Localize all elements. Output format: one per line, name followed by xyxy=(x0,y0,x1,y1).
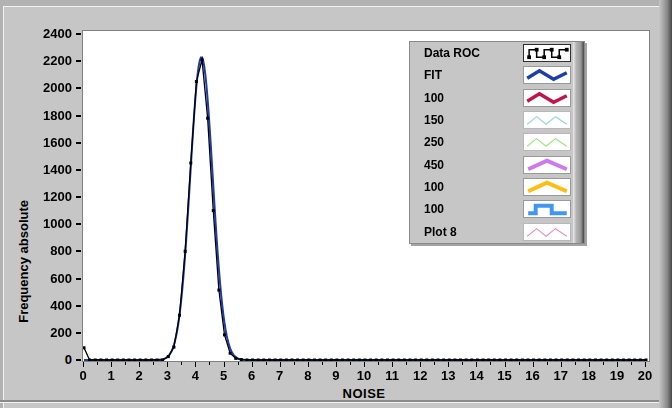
zigzag-thin-icon xyxy=(524,134,570,150)
legend-plot-style-swatch[interactable] xyxy=(523,133,571,151)
y-tick-label: 600 xyxy=(0,272,72,286)
legend-item-label: Plot 8 xyxy=(424,225,457,239)
y-tick-mark xyxy=(76,332,81,334)
y-tick-mark xyxy=(76,278,81,280)
x-tick-mark xyxy=(280,362,281,367)
y-tick-mark xyxy=(76,87,81,89)
legend-item: 250 xyxy=(410,131,573,153)
x-tick-label: 16 xyxy=(518,368,548,383)
x-tick-minor-mark xyxy=(434,362,435,365)
step-line-markers-icon xyxy=(524,45,570,61)
x-tick-mark xyxy=(645,362,646,367)
x-tick-mark xyxy=(561,362,562,367)
x-tick-mark xyxy=(589,362,590,367)
x-tick-mark xyxy=(308,362,309,367)
x-tick-mark xyxy=(476,362,477,367)
x-tick-label: 7 xyxy=(265,368,295,383)
x-tick-label: 12 xyxy=(405,368,435,383)
legend-plot-style-swatch[interactable] xyxy=(523,44,571,62)
y-tick-mark xyxy=(76,223,81,225)
legend-plot-style-swatch[interactable] xyxy=(523,66,571,84)
x-tick-label: 15 xyxy=(490,368,520,383)
x-tick-minor-mark xyxy=(490,362,491,365)
x-tick-minor-mark xyxy=(378,362,379,365)
legend-plot-style-swatch[interactable] xyxy=(523,156,571,174)
x-tick-label: 20 xyxy=(630,368,660,383)
y-tick-label: 1200 xyxy=(0,190,72,204)
y-tick-mark xyxy=(76,60,81,62)
x-tick-label: 1 xyxy=(96,368,126,383)
x-tick-minor-mark xyxy=(125,362,126,365)
x-tick-mark xyxy=(111,362,112,367)
x-tick-label: 17 xyxy=(546,368,576,383)
x-tick-mark xyxy=(533,362,534,367)
x-tick-minor-mark xyxy=(575,362,576,365)
legend-item-label: 450 xyxy=(424,158,444,172)
legend-plot-style-swatch[interactable] xyxy=(523,111,571,129)
legend-item-label: 100 xyxy=(424,202,444,216)
x-tick-label: 10 xyxy=(349,368,379,383)
x-tick-minor-mark xyxy=(406,362,407,365)
x-tick-label: 6 xyxy=(237,368,267,383)
x-tick-label: 14 xyxy=(461,368,491,383)
x-tick-minor-mark xyxy=(153,362,154,365)
x-tick-mark xyxy=(364,362,365,367)
x-tick-label: 9 xyxy=(321,368,351,383)
chevron-thick-icon xyxy=(524,179,570,195)
x-tick-mark xyxy=(448,362,449,367)
x-tick-mark xyxy=(224,362,225,367)
x-tick-minor-mark xyxy=(462,362,463,365)
x-tick-mark xyxy=(167,362,168,367)
y-tick-label: 200 xyxy=(0,326,72,340)
x-tick-minor-mark xyxy=(519,362,520,365)
y-tick-label: 0 xyxy=(0,353,72,367)
x-tick-label: 11 xyxy=(377,368,407,383)
y-tick-label: 1400 xyxy=(0,163,72,177)
y-tick-mark xyxy=(76,169,81,171)
x-tick-mark xyxy=(139,362,140,367)
x-tick-minor-mark xyxy=(238,362,239,365)
x-tick-label: 4 xyxy=(180,368,210,383)
x-tick-label: 18 xyxy=(574,368,604,383)
legend-item: 150 xyxy=(410,109,573,131)
legend-plot-style-swatch[interactable] xyxy=(523,178,571,196)
x-axis-title: NOISE xyxy=(214,386,514,401)
legend-plot-style-swatch[interactable] xyxy=(523,200,571,218)
x-tick-mark xyxy=(336,362,337,367)
x-tick-label: 0 xyxy=(68,368,98,383)
x-tick-minor-mark xyxy=(294,362,295,365)
y-tick-label: 800 xyxy=(0,244,72,258)
x-tick-mark xyxy=(252,362,253,367)
x-tick-mark xyxy=(617,362,618,367)
legend-scrollbar[interactable] xyxy=(573,42,584,243)
legend-item-label: 100 xyxy=(424,91,444,105)
chevron-thick-icon xyxy=(524,157,570,173)
legend-item: 100 xyxy=(410,198,573,220)
x-tick-label: 3 xyxy=(152,368,182,383)
y-tick-label: 2200 xyxy=(0,54,72,68)
x-tick-minor-mark xyxy=(547,362,548,365)
legend-item: FIT xyxy=(410,64,573,86)
x-tick-minor-mark xyxy=(603,362,604,365)
zigzag-thick-icon xyxy=(524,67,570,83)
legend-item-label: 100 xyxy=(424,180,444,194)
legend-plot-style-swatch[interactable] xyxy=(523,223,571,241)
plot-legend-rows: Data ROCFIT100150250450100100Plot 8 xyxy=(410,42,573,243)
y-tick-mark xyxy=(76,33,81,35)
x-tick-mark xyxy=(505,362,506,367)
legend-item: 450 xyxy=(410,154,573,176)
window-edge-right xyxy=(659,0,672,408)
legend-plot-style-swatch[interactable] xyxy=(523,89,571,107)
zigzag-thin-icon xyxy=(524,112,570,128)
x-tick-label: 19 xyxy=(602,368,632,383)
x-tick-label: 8 xyxy=(293,368,323,383)
x-tick-mark xyxy=(195,362,196,367)
x-tick-minor-mark xyxy=(209,362,210,365)
x-tick-minor-mark xyxy=(631,362,632,365)
y-tick-label: 2400 xyxy=(0,27,72,41)
x-tick-mark xyxy=(83,362,84,367)
x-tick-label: 5 xyxy=(209,368,239,383)
zigzag-thin-icon xyxy=(524,224,570,240)
x-tick-minor-mark xyxy=(266,362,267,365)
plot-legend[interactable]: Data ROCFIT100150250450100100Plot 8 xyxy=(409,41,585,244)
